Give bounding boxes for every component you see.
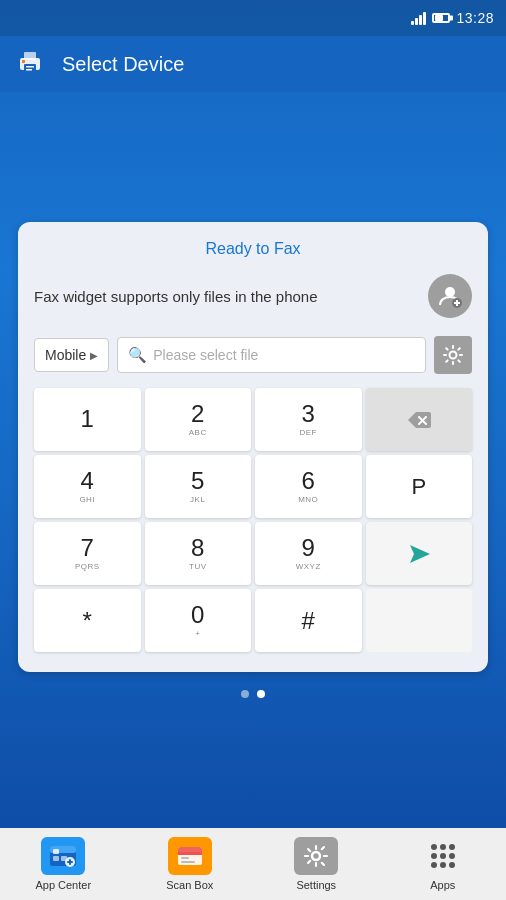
mobile-arrow-icon: ▶ [90,350,98,361]
nav-label-app-center: App Center [35,879,91,891]
send-button[interactable] [366,522,473,585]
svg-rect-24 [181,857,189,859]
nav-label-apps: Apps [430,879,455,891]
bottom-nav: App Center Scan Box Settings [0,828,506,900]
device-icon [16,48,48,80]
key-2[interactable]: 2 ABC [145,388,252,451]
signal-icon [411,11,426,25]
key-empty [366,589,473,652]
svg-rect-23 [178,852,202,855]
fax-info-row: Fax widget supports only files in the ph… [34,274,472,318]
mobile-select[interactable]: Mobile ▶ [34,338,109,372]
top-bar: Select Device [0,36,506,92]
settings-icon-wrap [294,837,338,875]
svg-rect-16 [53,856,59,861]
key-p[interactable]: P [366,455,473,518]
nav-item-settings[interactable]: Settings [253,828,380,900]
key-7[interactable]: 7 PQRS [34,522,141,585]
apps-dots-grid [431,844,455,868]
pagination-dots [241,690,265,698]
svg-rect-1 [24,52,36,60]
key-1[interactable]: 1 [34,388,141,451]
key-3[interactable]: 3 DEF [255,388,362,451]
settings-button[interactable] [434,336,472,374]
backspace-button[interactable] [366,388,473,451]
svg-rect-3 [22,60,25,63]
search-icon: 🔍 [128,346,147,364]
key-8[interactable]: 8 TUV [145,522,252,585]
key-0[interactable]: 0 + [145,589,252,652]
file-select-input[interactable]: 🔍 Please select file [117,337,426,373]
nav-item-scan-box[interactable]: Scan Box [127,828,254,900]
svg-rect-4 [26,66,34,68]
nav-item-app-center[interactable]: App Center [0,828,127,900]
fax-info-text: Fax widget supports only files in the ph… [34,286,416,307]
svg-point-6 [445,287,455,297]
status-icons: 13:28 [411,10,494,26]
status-bar: 13:28 [0,0,506,36]
key-4[interactable]: 4 GHI [34,455,141,518]
nav-label-scan-box: Scan Box [166,879,213,891]
apps-icon-wrap [421,837,465,875]
file-placeholder: Please select file [153,347,258,363]
svg-rect-5 [26,69,32,71]
key-hash[interactable]: # [255,589,362,652]
key-6[interactable]: 6 MNO [255,455,362,518]
file-row: Mobile ▶ 🔍 Please select file [34,336,472,374]
keypad: 1 2 ABC 3 DEF 4 GHI [34,388,472,652]
key-5[interactable]: 5 JKL [145,455,252,518]
svg-rect-20 [69,859,71,865]
main-content: Ready to Fax Fax widget supports only fi… [0,92,506,828]
nav-label-settings: Settings [296,879,336,891]
app-center-icon-wrap [41,837,85,875]
battery-icon [432,13,450,23]
scan-box-icon-wrap [168,837,212,875]
svg-point-26 [312,852,320,860]
ready-status: Ready to Fax [34,240,472,258]
dot-1 [241,690,249,698]
mobile-select-label: Mobile [45,347,86,363]
svg-point-10 [450,352,457,359]
key-9[interactable]: 9 WXYZ [255,522,362,585]
status-time: 13:28 [456,10,494,26]
svg-rect-15 [53,849,59,854]
dot-2 [257,690,265,698]
key-star[interactable]: * [34,589,141,652]
add-contact-button[interactable] [428,274,472,318]
page-title: Select Device [62,53,184,76]
nav-item-apps[interactable]: Apps [380,828,507,900]
svg-rect-25 [181,861,195,863]
fax-card: Ready to Fax Fax widget supports only fi… [18,222,488,672]
